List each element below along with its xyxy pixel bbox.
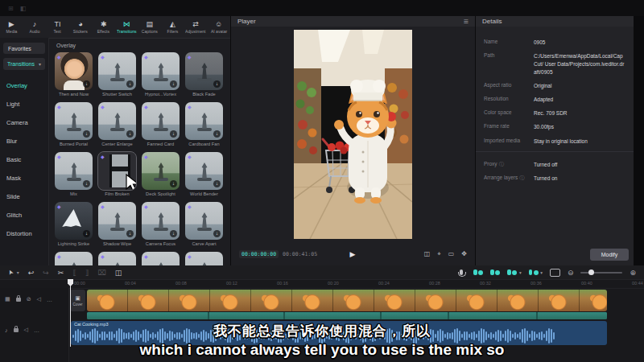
transition-item-camera-focus[interactable]: ◆↓Camera Focus	[142, 202, 180, 246]
transition-thumbnail[interactable]: ◆↓	[55, 102, 93, 140]
transition-thumbnail[interactable]: ◆↓	[142, 102, 180, 140]
video-preview[interactable]	[294, 30, 412, 239]
transition-thumbnail[interactable]: ◆↓	[98, 52, 136, 90]
transition-item-deck-spotlight[interactable]: ◆↓Deck Spotlight	[142, 152, 180, 196]
zoom-in-icon[interactable]: ⊕	[630, 269, 636, 277]
transition-thumbnail[interactable]: ◆↓	[98, 252, 136, 265]
transition-thumbnail[interactable]: ◆↓	[55, 202, 93, 240]
transition-item[interactable]: ◆↓	[98, 252, 136, 265]
download-icon[interactable]: ↓	[126, 130, 134, 138]
transition-item-burned-portal[interactable]: ◆↓Burned Portal	[55, 102, 93, 146]
transition-item-black-fade[interactable]: ◆↓Black Fade	[185, 52, 223, 97]
sidebar-item-mask[interactable]: Mask	[0, 169, 48, 187]
download-icon[interactable]: ↓	[170, 130, 177, 138]
download-icon[interactable]: ↓	[170, 230, 177, 237]
toolbar-item-effects[interactable]: ✱Effects	[92, 16, 115, 38]
delete-button[interactable]: ⌧	[97, 269, 105, 277]
ratio-icon[interactable]: ▭	[448, 250, 455, 258]
transition-thumbnail[interactable]: ◆↓	[185, 102, 223, 140]
magnet-icon[interactable]	[490, 269, 500, 275]
sidebar-item-glitch[interactable]: Glitch	[0, 206, 48, 224]
transition-thumbnail[interactable]: ◆↓	[185, 252, 223, 265]
transition-item-shutter-switch[interactable]: ◆↓Shutter Switch	[98, 52, 136, 97]
redo-button[interactable]: ↪	[43, 269, 49, 277]
transition-item-shadow-wipe[interactable]: ◆↓Shadow Wipe	[98, 202, 136, 246]
download-icon[interactable]: ↓	[170, 80, 177, 88]
transition-thumbnail[interactable]: ◆↓	[142, 152, 180, 190]
transition-item-lightning-strike[interactable]: ◆↓Lightning Strike	[55, 202, 93, 246]
mirror-button[interactable]: ◫	[115, 269, 122, 277]
preview-axis-icon[interactable]	[550, 269, 560, 277]
transition-item-center-enlarge[interactable]: ◆↓Center Enlarge	[98, 102, 136, 146]
more-icon[interactable]: …	[47, 297, 52, 302]
toolbar-item-audio[interactable]: ♪Audio	[23, 16, 47, 38]
transition-thumbnail[interactable]: ◆↓	[98, 152, 136, 190]
trim-right-button[interactable]: ⟧	[85, 269, 89, 277]
mute-icon[interactable]: ◁	[24, 327, 28, 333]
lock-icon[interactable]	[14, 328, 19, 332]
mirror-icon[interactable]: ◫	[424, 250, 431, 258]
download-icon[interactable]: ↓	[213, 230, 221, 237]
transition-thumbnail[interactable]: ◆↓	[142, 52, 180, 90]
favorites-button[interactable]: Favorites	[3, 43, 45, 54]
transition-thumbnail[interactable]: ◆↓	[55, 252, 93, 265]
more-icon[interactable]: …	[34, 327, 39, 333]
hide-icon[interactable]: ⊘	[27, 296, 31, 302]
audio-clip[interactable]: Cat Cooking.mp3	[71, 321, 607, 345]
download-icon[interactable]: ↓	[170, 180, 177, 187]
transition-thumbnail[interactable]: ◆↓	[98, 102, 136, 140]
transition-item-world-bender[interactable]: ◆↓World Bender	[185, 152, 223, 196]
transition-item[interactable]: ◆↓	[185, 252, 223, 265]
transition-item[interactable]: ◆↓	[142, 252, 180, 265]
transition-thumbnail[interactable]: ◆↓	[185, 202, 223, 240]
link-icon[interactable]: ▾	[507, 269, 521, 275]
sidebar-item-slide[interactable]: Slide	[0, 187, 48, 206]
sidebar-item-overlay[interactable]: Overlay	[0, 76, 48, 95]
video-clip[interactable]	[87, 290, 607, 311]
transition-thumbnail[interactable]: ◆↓	[142, 252, 180, 265]
select-dropdown[interactable]: ▾	[17, 269, 19, 275]
download-icon[interactable]: ↓	[126, 80, 134, 88]
toolbar-item-adjustment[interactable]: ⇄Adjustment	[184, 16, 208, 38]
transition-item[interactable]: ◆↓	[55, 252, 93, 265]
transition-thumbnail[interactable]: ◆↓	[98, 202, 136, 240]
record-voiceover-icon[interactable]	[460, 269, 463, 275]
timeline-zoom-slider[interactable]	[580, 272, 622, 274]
player-menu-icon[interactable]: ☰	[464, 19, 469, 25]
lock-icon[interactable]	[16, 298, 21, 302]
clip-icon[interactable]: ▦	[5, 296, 10, 302]
fullscreen-icon[interactable]: ✥	[461, 250, 467, 258]
transition-item-film-broken[interactable]: ◆↓Film Broken	[98, 152, 136, 196]
download-icon[interactable]: ↓	[83, 180, 90, 187]
sidebar-item-blur[interactable]: Blur	[0, 132, 48, 150]
modify-button[interactable]: Modify	[590, 249, 629, 261]
download-icon[interactable]: ↓	[213, 130, 221, 138]
split-button[interactable]: ✂	[58, 269, 64, 277]
audio-track-icon[interactable]: ♪	[5, 327, 8, 333]
transition-item-mix[interactable]: ◆↓Mix	[55, 152, 93, 196]
transition-thumbnail[interactable]: ◆↓	[185, 152, 223, 190]
transition-thumbnail[interactable]: ◆↓	[55, 152, 93, 190]
toolbar-item-text[interactable]: TIText	[46, 16, 69, 38]
sidebar-item-basic[interactable]: Basic	[0, 150, 48, 169]
play-button[interactable]: ▶	[350, 250, 356, 258]
toolbar-item-ai-avatar[interactable]: ☺AI avatar	[207, 16, 230, 38]
toolbar-item-transitions[interactable]: ⋈Transitions	[115, 16, 138, 38]
transition-thumbnail[interactable]: ◆↓	[142, 202, 180, 240]
download-icon[interactable]: ↓	[83, 80, 90, 88]
download-icon[interactable]: ↓	[126, 230, 134, 237]
download-icon[interactable]: ↓	[83, 130, 90, 138]
playhead[interactable]	[70, 279, 71, 347]
snap-icon[interactable]	[473, 269, 483, 275]
caption-track-clip[interactable]	[87, 312, 607, 319]
sidebar-item-camera[interactable]: Camera	[0, 113, 48, 132]
transition-item-cardboard-fan[interactable]: ◆↓Cardboard Fan	[185, 102, 223, 146]
keyframe-icon[interactable]: ▾	[529, 269, 543, 275]
transition-item-then-and-now[interactable]: ◆↓Then and Now	[55, 52, 93, 97]
toolbar-item-captions[interactable]: ▤Captions	[138, 16, 162, 38]
mute-icon[interactable]: ◁	[37, 296, 41, 302]
toolbar-item-stickers[interactable]: ◕Stickers	[69, 16, 93, 38]
sidebar-item-light[interactable]: Light	[0, 95, 48, 113]
download-icon[interactable]: ↓	[83, 230, 90, 237]
transition-item-hypnot-vortex[interactable]: ◆↓Hypnot...Vortex	[142, 52, 180, 97]
